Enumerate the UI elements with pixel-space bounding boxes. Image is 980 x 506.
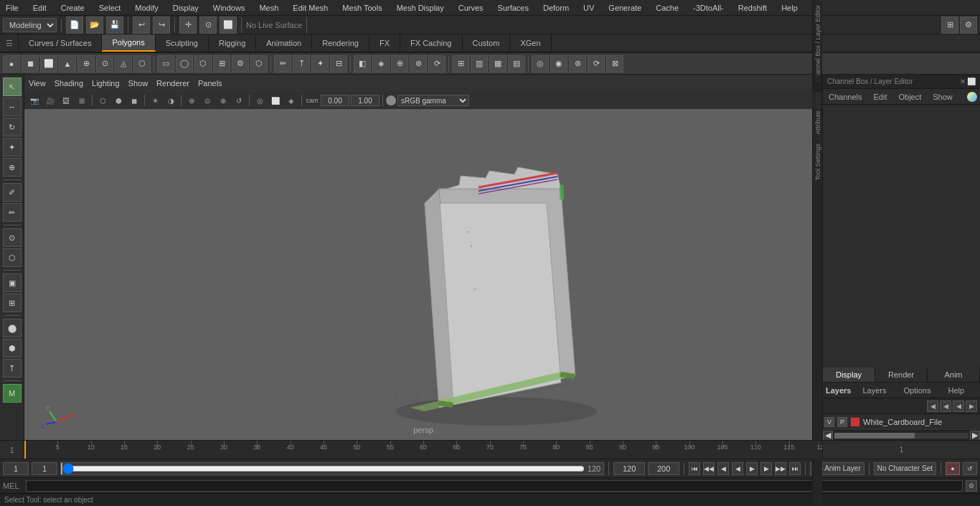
vp-menu-shading[interactable]: Shading [55,79,83,88]
menu-item-3dtool[interactable]: -3DtoAll- [690,4,727,12]
redo-icon[interactable]: ↪ [153,17,170,34]
menu-item-mesh-display[interactable]: Mesh Display [394,4,447,12]
vpt-camera-icon[interactable]: 📷 [27,93,42,108]
torus-icon[interactable]: ⊕ [77,55,95,72]
universal-tool[interactable]: ⊕ [3,158,22,177]
uv2-icon[interactable]: ▥ [471,55,488,72]
grid-icon[interactable]: ⊞ [213,55,230,72]
snap-icon[interactable]: ⊞ [941,17,958,34]
bevel-icon[interactable]: ◈ [372,55,390,72]
tab-curves-surfaces[interactable]: Curves / Surfaces [19,34,102,52]
vpt-aa-icon[interactable]: ⊙ [200,93,215,108]
panel-float-icon[interactable]: ⬜ [967,78,976,85]
cone-icon[interactable]: ▲ [59,55,76,72]
menu-item-help[interactable]: Help [778,4,801,12]
scroll-thumb[interactable] [834,433,915,439]
vpt-shadow-icon[interactable]: ◑ [164,93,178,108]
vpt-grid-icon[interactable]: ⊞ [75,93,89,108]
vp-menu-lighting[interactable]: Lighting [92,79,120,88]
vpt-far-input[interactable] [351,95,380,106]
deformer3-icon[interactable]: ⊛ [569,55,586,72]
curve-ep-icon[interactable]: ✏ [274,55,291,72]
disc-icon[interactable]: ◯ [176,55,193,72]
maya-logo[interactable]: M [3,384,22,403]
uv-icon[interactable]: ⊞ [452,55,469,72]
layer-scrollbar[interactable]: ◀ ▶ [823,430,980,440]
save-file-icon[interactable]: 💾 [106,17,123,34]
mel-input[interactable] [26,480,963,492]
tool16[interactable]: ⤒ [3,359,22,378]
tab-bar-menu[interactable]: ☰ [0,34,19,52]
sphere-icon[interactable]: ● [3,55,20,72]
workspace-dropdown[interactable]: Modeling [3,18,57,32]
bridge-icon[interactable]: ⊟ [330,55,347,72]
vpt-mo-icon[interactable]: ↺ [232,93,246,108]
tab-rigging[interactable]: Rigging [209,34,256,52]
char-set-btn[interactable]: No Character Set [874,462,936,475]
sub-tab-anim[interactable]: Anim [928,367,980,382]
smooth-icon[interactable]: ⊛ [410,55,427,72]
vp-menu-view[interactable]: View [29,79,46,88]
layer-btn-1[interactable]: ◀ [927,400,938,412]
vpt-img-icon[interactable]: 🖼 [59,93,73,108]
tab-rendering[interactable]: Rendering [312,34,369,52]
layer-btn-4[interactable]: ▶ [966,400,977,412]
combine-icon[interactable]: ✦ [311,55,329,72]
transport-play-fwd[interactable]: ▶ [746,462,758,475]
plane-icon[interactable]: ▭ [157,55,174,72]
vpt-xray-icon[interactable]: ⬜ [268,93,283,108]
rst-channel-box[interactable]: Channel Box / Layer Editor [813,0,822,87]
cyl-icon[interactable]: ⊙ [96,55,113,72]
rotate-tool[interactable]: ↻ [3,118,22,136]
paint-tool[interactable]: ✏ [3,203,22,222]
vpt-near-input[interactable] [321,95,349,106]
display-tool[interactable]: ⊞ [3,294,22,312]
scroll-right-btn[interactable]: ▶ [970,431,980,441]
tab-polygons[interactable]: Polygons [102,34,155,52]
move-tool[interactable]: ↔ [3,98,22,116]
box-icon[interactable]: ⬜ [40,55,57,72]
uv4-icon[interactable]: ▤ [508,55,525,72]
menu-item-generate[interactable]: Generate [606,4,644,12]
settings-icon[interactable]: ⚙ [960,17,977,34]
layer-row-0[interactable]: V P White_Cardboard_File [823,414,980,430]
auto-key-btn[interactable]: ● [946,462,960,475]
menu-item-mesh[interactable]: Mesh [256,4,281,12]
vp-menu-renderer[interactable]: Renderer [156,79,189,88]
render-tool[interactable]: ⬤ [3,319,22,337]
vp-menu-panels[interactable]: Panels [198,79,222,88]
vpt-colorspace-icon[interactable] [386,95,396,106]
remesh-icon[interactable]: ⟳ [428,55,446,72]
layer-playback-0[interactable]: P [837,417,847,427]
panel-close-icon[interactable]: ✕ [960,78,966,85]
tab-fx[interactable]: FX [369,34,400,52]
tool15[interactable]: ⬢ [3,339,22,357]
out-frame-input[interactable] [613,462,645,475]
extrude-icon[interactable]: ⤒ [293,55,310,72]
menu-item-modify[interactable]: Modify [132,4,161,12]
vp-menu-show[interactable]: Show [128,79,149,88]
soccer-icon[interactable]: ⬡ [250,55,268,72]
vpt-backface-icon[interactable]: ◈ [284,93,298,108]
vpt-ao-icon[interactable]: ⊛ [184,93,199,108]
deformer4-icon[interactable]: ⟳ [588,55,605,72]
cbt-edit[interactable]: Edit [867,89,892,104]
frame-range[interactable] [62,465,585,472]
menu-item-redshift[interactable]: Redshift [735,4,770,12]
cube-icon[interactable]: ◼ [22,55,39,72]
prism-icon[interactable]: ◬ [115,55,132,72]
vpt-solid-icon[interactable]: ⬢ [111,93,126,108]
frame-current-input[interactable] [32,462,57,475]
deformer2-icon[interactable]: ◉ [550,55,567,72]
menu-item-file[interactable]: File [3,4,22,12]
vpt-isolate-icon[interactable]: ◎ [253,93,267,108]
vpt-light-icon[interactable]: ☀ [148,93,162,108]
menu-item-edit[interactable]: Edit [30,4,50,12]
menu-item-cache[interactable]: Cache [653,4,682,12]
lasso-icon[interactable]: ⊙ [199,17,217,34]
layer-visibility-0[interactable]: V [824,417,834,427]
select-icon[interactable]: ✛ [179,17,197,34]
timeline-ruler[interactable]: 5101520253035404550556065707580859095100… [24,441,822,459]
tab-fx-caching[interactable]: FX Caching [400,34,462,52]
viewport-3d[interactable]: X Y Z persp [24,109,822,440]
